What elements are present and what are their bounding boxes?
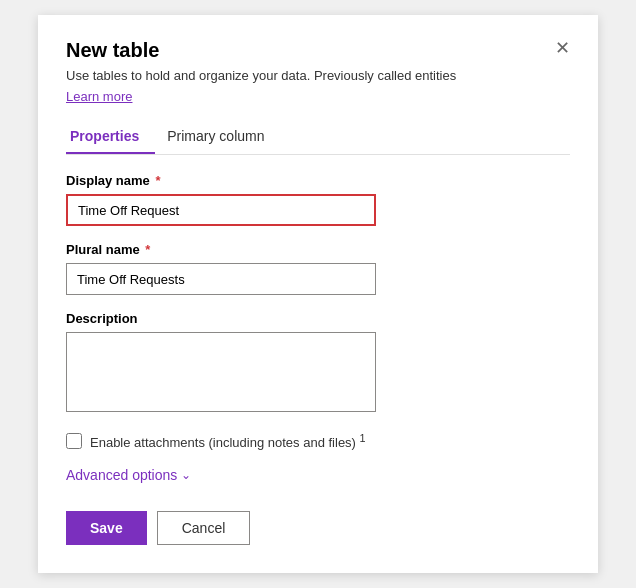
- save-button[interactable]: Save: [66, 511, 147, 545]
- footer-buttons: Save Cancel: [66, 511, 570, 545]
- description-label: Description: [66, 311, 570, 326]
- dialog-title: New table: [66, 39, 159, 62]
- display-name-label: Display name *: [66, 173, 570, 188]
- attachments-label: Enable attachments (including notes and …: [90, 432, 366, 450]
- new-table-dialog: New table ✕ Use tables to hold and organ…: [38, 15, 598, 572]
- plural-name-label: Plural name *: [66, 242, 570, 257]
- plural-name-input[interactable]: [66, 263, 376, 295]
- description-group: Description: [66, 311, 570, 416]
- required-star-plural: *: [142, 242, 151, 257]
- attachments-group: Enable attachments (including notes and …: [66, 432, 570, 450]
- display-name-input[interactable]: [66, 194, 376, 226]
- tab-primary-column[interactable]: Primary column: [163, 120, 280, 154]
- learn-more-link[interactable]: Learn more: [66, 89, 132, 104]
- chevron-down-icon: ⌄: [181, 468, 191, 482]
- cancel-button[interactable]: Cancel: [157, 511, 251, 545]
- tab-properties[interactable]: Properties: [66, 120, 155, 154]
- dialog-subtitle: Use tables to hold and organize your dat…: [66, 68, 570, 83]
- plural-name-group: Plural name *: [66, 242, 570, 295]
- close-button[interactable]: ✕: [555, 39, 570, 57]
- advanced-options-toggle[interactable]: Advanced options ⌄: [66, 467, 570, 483]
- required-star: *: [152, 173, 161, 188]
- dialog-header: New table ✕: [66, 39, 570, 62]
- attachments-checkbox[interactable]: [66, 433, 82, 449]
- display-name-group: Display name *: [66, 173, 570, 226]
- description-textarea[interactable]: [66, 332, 376, 412]
- advanced-options-label: Advanced options: [66, 467, 177, 483]
- tab-bar: Properties Primary column: [66, 120, 570, 155]
